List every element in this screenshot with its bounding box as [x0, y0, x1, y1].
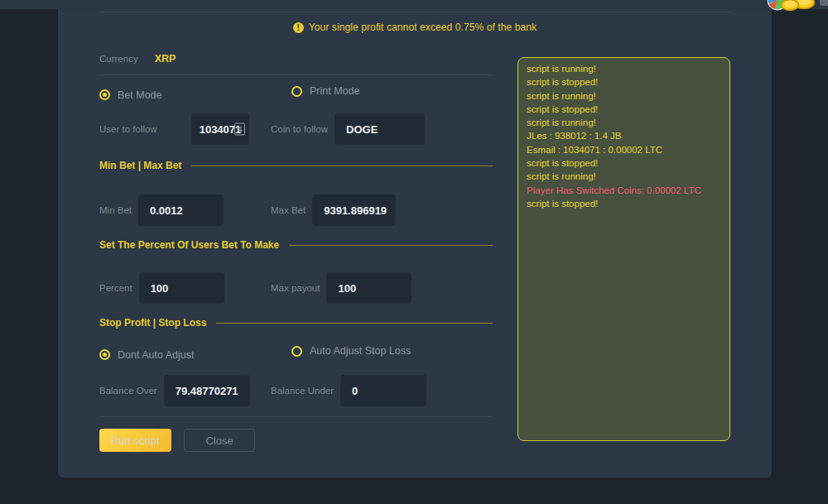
log-line: Player Has Switched Coins: 0.00002 LTC — [527, 184, 721, 197]
max-payout-label: Max payout — [271, 283, 320, 293]
log-line: script is stopped! — [527, 197, 721, 210]
profit-notice: ! Your single profit cannot exceed 0.75%… — [58, 21, 772, 34]
coin-to-follow-label: Coin to follow — [271, 124, 328, 134]
min-bet-input[interactable] — [138, 194, 224, 226]
auto-adjust-label: Auto Adjust Stop Loss — [310, 345, 411, 357]
ui-fragment — [820, 0, 828, 6]
max-payout-field: Max payout — [271, 272, 412, 304]
script-log-output[interactable]: script is running!script is stopped!scri… — [518, 57, 730, 441]
max-bet-label: Max Bet — [271, 205, 306, 215]
stop-header-text: Stop Profit | Stop Loss — [99, 317, 206, 329]
log-line: script is stopped! — [527, 75, 721, 89]
min-bet-label: Min Bet — [99, 205, 132, 215]
notice-text: Your single profit cannot exceed 0.75% o… — [309, 22, 537, 33]
print-mode-radio[interactable]: Print Mode — [291, 85, 359, 97]
log-line: Esmail : 1034071 : 0.00002 LTC — [527, 143, 721, 156]
follow-row: User to follow ⇅ Coin to follow — [99, 113, 493, 145]
percent-input[interactable] — [139, 272, 224, 304]
coin-to-follow-field: Coin to follow — [271, 113, 425, 145]
currency-label: Currency — [99, 54, 138, 64]
balance-under-label: Balance Under — [271, 386, 334, 396]
dont-auto-adjust-label: Dont Auto Adjust — [118, 349, 194, 361]
close-button[interactable]: Close — [184, 429, 255, 452]
log-line: script is stopped! — [527, 103, 721, 116]
bet-mode-label: Bet Mode — [118, 89, 162, 101]
radio-selected-icon — [99, 349, 110, 360]
percent-label: Percent — [99, 283, 132, 293]
log-line: script is running! — [527, 170, 721, 183]
max-bet-field: Max Bet — [271, 194, 396, 226]
divider — [99, 416, 493, 417]
log-line: script is running! — [527, 62, 721, 75]
coins-pie-chart-icon[interactable] — [765, 0, 816, 17]
print-mode-label: Print Mode — [310, 85, 359, 97]
auto-adjust-radio[interactable]: Auto Adjust Stop Loss — [291, 345, 411, 357]
user-to-follow-label: User to follow — [99, 124, 157, 134]
user-to-follow-field: ⇅ — [191, 113, 249, 145]
balance-over-input[interactable] — [164, 375, 250, 406]
balance-over-label: Balance Over — [99, 386, 157, 396]
script-settings-modal: ! Your single profit cannot exceed 0.75%… — [58, 9, 772, 478]
currency-row: Currency XRP — [99, 51, 493, 66]
divider — [99, 74, 493, 75]
radio-unselected-icon — [291, 86, 302, 97]
minmax-header-text: Min Bet | Max Bet — [99, 160, 181, 171]
page-header-bar — [0, 0, 828, 9]
max-payout-input[interactable] — [326, 272, 412, 304]
script-settings-form: Currency XRP Bet Mode Print Mode User to… — [99, 47, 493, 452]
header-line — [289, 245, 493, 246]
radio-selected-icon — [99, 89, 110, 100]
balance-under-field: Balance Under — [271, 375, 426, 406]
header-line — [216, 323, 493, 324]
adjust-radio-group: Dont Auto Adjust Auto Adjust Stop Loss — [99, 345, 493, 358]
radio-unselected-icon — [291, 346, 302, 357]
max-bet-input[interactable] — [312, 194, 396, 226]
coin-to-follow-input[interactable] — [335, 113, 425, 145]
run-script-button[interactable]: Run script — [99, 429, 171, 452]
percent-section-header: Set The Percent Of Users Bet To Make — [99, 239, 493, 251]
mode-radio-group: Bet Mode Print Mode — [99, 85, 493, 98]
currency-value[interactable]: XRP — [155, 53, 176, 65]
divider — [99, 12, 731, 12]
percent-row: Percent Max payout — [99, 272, 493, 304]
stop-section-header: Stop Profit | Stop Loss — [99, 317, 493, 329]
header-line — [191, 166, 493, 166]
action-buttons: Run script Close — [99, 429, 493, 452]
log-line: script is running! — [527, 89, 721, 103]
log-line: script is running! — [527, 116, 721, 129]
exclamation-circle-icon: ! — [293, 22, 304, 33]
balance-under-input[interactable] — [340, 375, 426, 406]
bet-mode-radio[interactable]: Bet Mode — [99, 89, 162, 101]
dont-auto-adjust-radio[interactable]: Dont Auto Adjust — [99, 349, 194, 361]
balance-row: Balance Over Balance Under — [99, 375, 493, 406]
log-line: script is stopped! — [527, 156, 721, 170]
log-line: JLes : 938012 : 1.4 JB — [527, 129, 721, 142]
minmax-section-header: Min Bet | Max Bet — [99, 160, 493, 171]
number-stepper-icon[interactable]: ⇅ — [234, 123, 245, 136]
minmax-row: Min Bet Max Bet — [99, 194, 493, 226]
percent-header-text: Set The Percent Of Users Bet To Make — [99, 239, 279, 251]
